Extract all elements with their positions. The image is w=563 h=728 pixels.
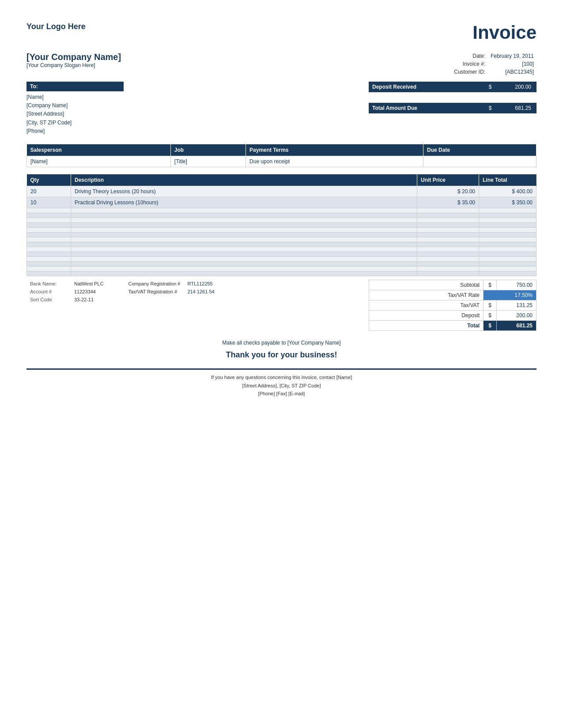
info-header-payment: Payment Terms	[246, 144, 423, 156]
to-header: To:	[26, 82, 124, 91]
thank-you: Thank you for your business!	[26, 350, 537, 360]
item-desc	[71, 237, 417, 242]
table-row	[27, 242, 537, 247]
totals-section: Subtotal $ 750.00 Tax/VAT Rate 17.50% Ta…	[369, 280, 537, 331]
billing-summary-row: To: [Name] [Company Name] [Street Addres…	[26, 82, 537, 135]
item-line-total	[479, 251, 537, 256]
info-table: Salesperson Job Payment Terms Due Date […	[26, 144, 537, 167]
tax-rate-row: Tax/VAT Rate 17.50%	[369, 290, 537, 300]
table-row: 10 Practical Driving Lessons (10hours) $…	[27, 197, 537, 208]
company-slogan: [Your Company Slogan Here]	[26, 62, 121, 68]
item-desc	[71, 256, 417, 261]
item-line-total	[479, 266, 537, 271]
table-row	[27, 271, 537, 276]
table-row	[27, 232, 537, 237]
item-qty	[27, 247, 71, 251]
item-unit-price	[417, 251, 479, 256]
item-qty	[27, 266, 71, 271]
table-row	[27, 237, 537, 242]
company-meta-row: [Your Company Name] [Your Company Slogan…	[26, 52, 537, 77]
item-line-total	[479, 222, 537, 227]
item-line-total	[479, 237, 537, 242]
subtotal-currency: $	[484, 280, 497, 290]
header: Your Logo Here Invoice	[26, 22, 537, 43]
item-desc	[71, 227, 417, 232]
item-line-total	[479, 261, 537, 266]
subtotal-value: 750.00	[497, 280, 537, 290]
right-summary: Deposit Received $ 200.00 Total Amount D…	[369, 82, 537, 113]
item-desc	[71, 271, 417, 276]
invoice-label: Invoice #:	[451, 60, 488, 68]
table-row	[27, 266, 537, 271]
item-unit-price	[417, 271, 479, 276]
account-value: 11223344	[71, 288, 107, 296]
item-qty	[27, 237, 71, 242]
to-phone: [Phone]	[26, 127, 369, 135]
item-desc	[71, 266, 417, 271]
info-salesperson: [Name]	[27, 156, 171, 167]
bottom-section: Bank Name: NatWest PLC Company Registrat…	[26, 280, 537, 331]
item-unit-price	[417, 227, 479, 232]
table-row	[27, 222, 537, 227]
subtotal-row: Subtotal $ 750.00	[369, 280, 537, 290]
item-qty	[27, 261, 71, 266]
tax-reg-label: Tax/VAT Registration #	[125, 288, 184, 296]
to-city: [City, ST ZIP Code]	[26, 119, 369, 127]
item-qty	[27, 213, 71, 218]
deposit-amount: 200.00	[497, 82, 537, 92]
info-job: [Title]	[170, 156, 246, 167]
tax-rate-value: 17.50%	[484, 290, 537, 300]
item-line-total	[479, 208, 537, 213]
tax-currency: $	[484, 300, 497, 310]
item-line-total	[479, 271, 537, 276]
total-value: 681.25	[497, 320, 537, 330]
items-header-total: Line Total	[479, 174, 537, 186]
date-value: February 19, 2011	[488, 52, 537, 60]
main-table-section: Salesperson Job Payment Terms Due Date […	[26, 144, 537, 276]
item-qty	[27, 208, 71, 213]
sort-label: Sort Code	[26, 296, 71, 304]
deposit-totals-label: Deposit	[369, 310, 484, 320]
company-info: [Your Company Name] [Your Company Slogan…	[26, 52, 121, 68]
item-unit-price	[417, 208, 479, 213]
item-line-total	[479, 213, 537, 218]
to-section: To: [Name] [Company Name] [Street Addres…	[26, 82, 369, 135]
table-row	[27, 227, 537, 232]
tax-row: Tax/VAT $ 131.25	[369, 300, 537, 310]
items-header-unit: Unit Price	[417, 174, 479, 186]
address-line: [Street Address], [City, ST ZIP Code]	[26, 382, 537, 390]
total-due-currency: $	[484, 103, 497, 113]
item-desc	[71, 251, 417, 256]
item-line-total	[479, 242, 537, 247]
item-desc	[71, 242, 417, 247]
item-desc	[71, 232, 417, 237]
item-desc	[71, 208, 417, 213]
item-qty	[27, 218, 71, 222]
item-desc	[71, 261, 417, 266]
deposit-totals-currency: $	[484, 310, 497, 320]
grand-total-row: Total $ 681.25	[369, 320, 537, 330]
total-due-label: Total Amount Due	[369, 103, 484, 113]
item-desc	[71, 218, 417, 222]
item-unit-price	[417, 256, 479, 261]
item-unit-price	[417, 232, 479, 237]
item-qty: 20	[27, 186, 71, 197]
customer-value: [ABC12345]	[488, 68, 537, 76]
tax-label: Tax/VAT	[369, 300, 484, 310]
item-unit-price	[417, 242, 479, 247]
item-desc: Driving Theory Lessons (20 hours)	[71, 186, 417, 197]
deposit-currency: $	[484, 82, 497, 92]
item-unit-price	[417, 261, 479, 266]
item-qty	[27, 242, 71, 247]
item-unit-price	[417, 222, 479, 227]
item-line-total	[479, 247, 537, 251]
tax-reg-value: 214 1261 54	[184, 288, 218, 296]
table-row: 20 Driving Theory Lessons (20 hours) $ 2…	[27, 186, 537, 197]
company-reg-label: Company Registration #	[125, 280, 184, 288]
info-header-duedate: Due Date	[423, 144, 537, 156]
deposit-received-row: Deposit Received $ 200.00	[369, 82, 537, 92]
item-unit-price	[417, 266, 479, 271]
item-qty	[27, 232, 71, 237]
table-row	[27, 213, 537, 218]
info-payment: Due upon receipt	[246, 156, 423, 167]
